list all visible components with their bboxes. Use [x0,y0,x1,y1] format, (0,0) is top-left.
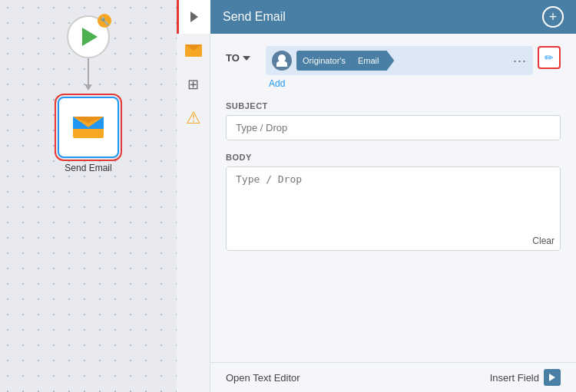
panel-footer: Open Text Editor Insert Field [210,362,576,392]
avatar-icon [272,51,292,71]
sidebar-icons-panel: ⊞ ⚠ [177,0,210,392]
email-sidebar-icon [185,44,202,57]
more-options-button[interactable]: ··· [513,53,527,69]
edit-button[interactable]: ✏ [538,46,561,69]
node-label: Send Email [65,163,111,173]
open-text-editor-link[interactable]: Open Text Editor [226,372,300,384]
chevron-down-icon[interactable] [243,56,250,61]
insert-field-label[interactable]: Insert Field [490,372,539,384]
originator-email-tag: Originator's Email [296,51,394,71]
email-node[interactable] [58,97,119,158]
sidebar-item-textfield[interactable]: ⊞ [177,68,210,101]
canvas-area: 🔧 Send Email [0,0,177,392]
wrench-badge: 🔧 [98,14,111,28]
panel-content: TO Originator's Email ··· ✏ [210,34,576,362]
footer-right: Insert Field [490,369,561,386]
subject-label: SUBJECT [226,101,561,110]
arrow-right-icon [549,374,555,381]
start-node[interactable]: 🔧 [67,15,110,58]
sidebar-item-email[interactable] [177,34,210,68]
subject-input[interactable] [226,115,561,140]
body-label: BODY [226,153,561,162]
pencil-icon: ✏ [545,51,554,64]
panel-title: Send Email [223,10,286,24]
connector-line [88,58,89,86]
to-row: TO Originator's Email ··· ✏ [226,46,561,75]
to-label: TO [226,52,257,64]
play-icon [82,28,98,46]
insert-field-button[interactable] [544,369,561,386]
warning-icon: ⚠ [186,108,201,128]
panel-header: Send Email + [210,0,576,34]
originator-tag: Originator's [296,51,352,71]
textfield-icon: ⊞ [187,76,199,93]
chevron-right-icon [190,12,198,22]
body-textarea[interactable] [226,166,561,251]
add-recipient-link[interactable]: Add [269,78,561,89]
email-envelope-icon [73,117,104,138]
to-field-container: Originator's Email ··· [266,46,533,75]
main-panel: Send Email + TO Originator's Email [210,0,576,392]
add-button[interactable]: + [542,6,564,28]
body-field-wrapper: Clear [226,166,561,251]
sidebar-item-chevron[interactable] [177,0,210,34]
sidebar-item-warning[interactable]: ⚠ [177,101,210,135]
email-tag: Email [352,51,395,71]
clear-button[interactable]: Clear [532,236,554,246]
